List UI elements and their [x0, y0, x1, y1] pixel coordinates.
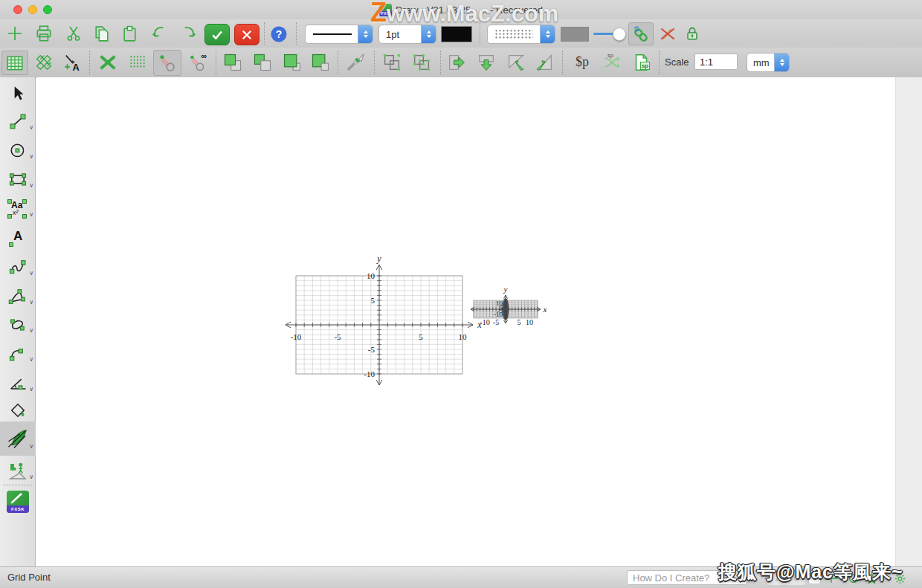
small-coordinate-grid-object[interactable]: yx105-5-10-10-5510: [467, 282, 552, 329]
stroke-color-swatch[interactable]: [441, 26, 472, 42]
dimension-tool[interactable]: ∨: [0, 456, 36, 486]
send-backward-icon: [310, 52, 331, 73]
push-right-button[interactable]: [445, 51, 468, 74]
points-button[interactable]: $p: [570, 51, 595, 73]
canvas-right-gutter: [895, 77, 922, 566]
curve-tool[interactable]: ∨: [0, 253, 36, 282]
tool-disclosure-chevron[interactable]: ∨: [29, 474, 33, 480]
separator: [338, 51, 338, 74]
rectangle-tool[interactable]: ∨: [0, 165, 36, 195]
group-icon: [381, 52, 402, 73]
tool-disclosure-chevron[interactable]: ∨: [29, 357, 33, 363]
scramble-points-button[interactable]: sp: [599, 51, 625, 74]
letter-tool[interactable]: A: [0, 223, 36, 253]
send-to-back-button[interactable]: [250, 51, 275, 74]
star-button[interactable]: [864, 571, 879, 586]
scale-input[interactable]: [694, 54, 738, 70]
send-back-icon: [252, 52, 273, 73]
snap-infinite-button[interactable]: ∞: [184, 50, 211, 74]
angle-tool[interactable]: ∨: [0, 369, 36, 398]
no-edit-button[interactable]: [657, 23, 679, 43]
tool-disclosure-chevron[interactable]: ∨: [29, 271, 33, 277]
format-brush-button[interactable]: [342, 51, 369, 74]
fill-color-swatch[interactable]: [561, 27, 589, 42]
svg-text:5: 5: [371, 296, 375, 305]
slider-knob[interactable]: [613, 28, 626, 41]
closed-curve-tool[interactable]: ∨: [0, 310, 36, 340]
status-text: Grid Point: [7, 572, 51, 583]
dot-grid-button[interactable]: [125, 51, 150, 74]
window-title-group: FXB Draw - V21.03.25 - ... - Recovered: [0, 0, 922, 19]
separator: [659, 51, 660, 74]
tool-disclosure-chevron[interactable]: ∨: [29, 125, 33, 131]
line-width-select[interactable]: 1pt: [378, 25, 436, 44]
ellipse-tool[interactable]: ∨: [0, 136, 36, 166]
label-arrow-button[interactable]: A: [59, 51, 85, 74]
separator: [216, 51, 216, 74]
tool-disclosure-chevron[interactable]: ∨: [29, 300, 33, 306]
separator: [264, 22, 265, 45]
flip-diagonal-back-button[interactable]: [532, 51, 556, 74]
history-button[interactable]: [846, 571, 861, 586]
line-style-select[interactable]: [305, 25, 373, 44]
bring-forward-button[interactable]: [280, 51, 305, 74]
tool-disclosure-chevron[interactable]: ∨: [29, 444, 33, 450]
bring-to-front-button[interactable]: [220, 51, 245, 74]
cancel-button[interactable]: [234, 24, 259, 45]
settings-button[interactable]: [892, 571, 907, 586]
stepper-icon: [774, 54, 789, 71]
fill-tool[interactable]: [0, 395, 36, 425]
large-coordinate-grid-object[interactable]: yx-10-5510105-5-10: [281, 250, 491, 392]
svg-text:10: 10: [459, 332, 468, 341]
tool-disclosure-chevron[interactable]: ∨: [29, 183, 33, 189]
send-backward-button[interactable]: [308, 51, 333, 74]
tool-disclosure-chevron[interactable]: ∨: [29, 212, 33, 218]
opacity-slider[interactable]: [593, 19, 626, 48]
fill-pattern-select[interactable]: [487, 25, 555, 44]
unit-select[interactable]: mm: [747, 53, 790, 72]
print-button[interactable]: [33, 24, 55, 43]
how-do-i-create-input[interactable]: [627, 570, 747, 585]
copy-button[interactable]: [90, 24, 112, 43]
flag-button[interactable]: [827, 571, 842, 586]
tool-disclosure-chevron[interactable]: ∨: [29, 328, 33, 334]
points-page-button[interactable]: sp: [629, 51, 653, 74]
svg-text:-10: -10: [494, 311, 503, 318]
cut-button[interactable]: [62, 24, 85, 43]
undo-button[interactable]: [148, 24, 170, 43]
help-button[interactable]: ?: [269, 25, 288, 44]
kaleidoscope-grid-button[interactable]: [31, 51, 57, 74]
delete-button[interactable]: [95, 51, 120, 74]
padlock-icon: [684, 25, 700, 42]
svg-text:-5: -5: [334, 332, 341, 341]
svg-text:-10: -10: [480, 318, 489, 326]
ungroup-button[interactable]: [409, 51, 434, 74]
fxsk-badge[interactable]: FXSK: [7, 491, 29, 513]
slider-track[interactable]: [593, 33, 622, 35]
line-tool[interactable]: ∨: [0, 107, 36, 137]
handle: [7, 199, 12, 204]
text-tool[interactable]: Aa x² ∨: [0, 194, 36, 224]
apply-button[interactable]: [204, 24, 230, 45]
arc-tool[interactable]: ∨: [0, 339, 36, 369]
paste-button[interactable]: [118, 24, 141, 43]
polygon-tool[interactable]: ∨: [0, 282, 36, 311]
crossed-pencil-icon: [658, 24, 677, 43]
zoom-chevron-button[interactable]: ▼: [808, 572, 821, 584]
new-button[interactable]: [4, 24, 25, 43]
tool-disclosure-chevron[interactable]: ∨: [29, 154, 33, 160]
snap-button[interactable]: [153, 50, 181, 76]
redo-button[interactable]: [178, 24, 200, 43]
group-button[interactable]: [379, 51, 404, 74]
svg-text:x: x: [543, 305, 547, 314]
triangle-arrow-icon: [506, 52, 526, 73]
line-width-value: 1pt: [386, 29, 399, 40]
select-tool[interactable]: [0, 79, 36, 109]
lock-button[interactable]: [683, 24, 702, 43]
flip-diagonal-button[interactable]: [504, 51, 528, 74]
tool-disclosure-chevron[interactable]: ∨: [29, 387, 33, 392]
push-down-button[interactable]: [474, 51, 498, 74]
grid-button[interactable]: [1, 51, 28, 75]
link-button[interactable]: [628, 22, 654, 45]
graph-tool[interactable]: ∨: [0, 421, 36, 456]
